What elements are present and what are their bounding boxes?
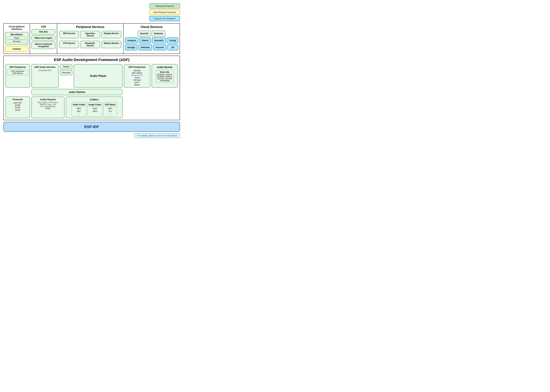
- audio-codec-col: Audio Codec MP3 AAC ...: [72, 102, 87, 117]
- top-section: Cross-platform Interfaces MicroPython Pl…: [3, 23, 180, 54]
- soundai: SoundAI: [152, 37, 166, 43]
- jpeg: JPEG: [89, 110, 101, 112]
- ota-service: OTA-Service: [59, 41, 79, 48]
- esp-rtc: ESP RTC: [7, 102, 28, 104]
- audio-player-box: Audio Player: [74, 64, 123, 88]
- playlist-item: Playlist: [60, 64, 72, 69]
- mp4: MP4: [105, 107, 116, 110]
- audio-player-title: Audio Player: [90, 74, 106, 77]
- jd: JD: [167, 44, 178, 50]
- playlist-recorder-col: Playlist Recorder: [60, 64, 72, 88]
- audio-interface-title: ESP Audio Interface: [33, 66, 57, 68]
- legend: Released Features Next Release Features …: [3, 3, 180, 21]
- audio-streams-title: Audio Streams: [33, 98, 63, 101]
- display-service: Display-Service: [101, 31, 121, 38]
- cloud-section: Cloud Services DuerOS DuHome Amazon Xiao…: [123, 24, 180, 54]
- rtmp: RTMP: [7, 104, 28, 106]
- cloud-row-3: Google AliGenie Tencent JD: [125, 44, 178, 50]
- wifi-service: WiFi-Service: [59, 31, 79, 38]
- mp3: MP3: [73, 107, 85, 110]
- sd-card: SD Card: [126, 79, 149, 81]
- wake-word: Wake word engine: [31, 35, 56, 41]
- google: Google: [125, 44, 137, 50]
- bluetooth-service: Bluetooth-Service: [80, 41, 100, 48]
- image-codec-col: Image Codec H264 JPEG: [87, 102, 102, 117]
- audio-pipeline-box: Audio Pipeline: [31, 89, 123, 95]
- speech-command: Speech command recognition: [31, 42, 56, 49]
- asr-section: ASR VAD AEC Wake word engine Speech comm…: [30, 24, 57, 54]
- esp-peripherals-box: ESP Peripherals LED Bar ADC Button Bluet…: [124, 64, 150, 88]
- flv: FLV: [105, 110, 116, 112]
- aac: AAC: [73, 110, 85, 112]
- cloud-row-1: DuerOS DuHome: [125, 30, 178, 36]
- battery-service: Battery-Service: [101, 41, 121, 48]
- esp-dispatcher-inner: ESP DispatcherESP Actions: [7, 69, 28, 75]
- adf-title: ESP Audio Development Framework (ADF): [5, 58, 178, 62]
- esp-dispatcher-title: ESP Dispatcher: [7, 66, 28, 68]
- rtsp: RTSP: [7, 106, 28, 109]
- esp-muxer-col: ESP Muxer MP4 FLV ...: [103, 102, 117, 117]
- esp-idf-box: ESP-IDF: [3, 122, 180, 132]
- touch: Touch: [126, 77, 149, 79]
- arduino-box: Arduino: [5, 46, 28, 52]
- legend-released: Released Features: [149, 3, 180, 9]
- peripheral-title: Peripheral Services: [59, 25, 121, 29]
- micropython-box: MicroPython Player Recorder: [5, 32, 28, 45]
- protocols-box: Protocols ESP RTC RTMP RTSP DLNA: [5, 97, 30, 118]
- adf-bottom-row: Protocols ESP RTC RTMP RTSP DLNA Audio S…: [5, 97, 178, 118]
- legend-next: Next Release Features: [149, 10, 180, 15]
- peripheral-grid: WiFi-Service Input-Key-Service Display-S…: [59, 31, 121, 49]
- micropython-label: MicroPython: [7, 33, 27, 36]
- adf-section: ESP Audio Development Framework (ADF) ES…: [3, 56, 180, 120]
- audio-streams-box: Audio Streams (I2S, FatFS, HTTP, HLS,SPI…: [31, 97, 65, 118]
- legend-request: Features On Request*: [149, 16, 180, 21]
- esp-peripherals-title: ESP Peripherals: [126, 66, 149, 68]
- bluetooth-le: Bluetooth LE: [126, 74, 149, 77]
- amazon: Amazon: [125, 37, 138, 43]
- adf-upper-row: ESP Dispatcher ESP DispatcherESP Actions…: [5, 64, 178, 88]
- vad-aec: VAD AEC: [31, 29, 56, 35]
- input-key-service: Input-Key-Service: [80, 31, 100, 38]
- h264: H264: [89, 107, 101, 110]
- dlna: DLNA: [7, 109, 28, 111]
- cross-platform-title: Cross-platform Interfaces: [5, 25, 28, 30]
- adc-button: ADC Button: [126, 72, 149, 74]
- audio-interface-subtitle: (Simplified API): [33, 69, 57, 71]
- codecs-title: Codecs: [68, 98, 121, 101]
- button: Button: [126, 84, 149, 86]
- audio-boards-title: Audio Boards: [157, 66, 173, 69]
- dueros: DuerOS: [138, 30, 151, 36]
- esp-muxer-title: ESP Muxer: [105, 103, 116, 106]
- duhome: DuHome: [152, 30, 165, 36]
- audio-streams-detail: (I2S, FatFS, HTTP, HLS,SPIFFS, Tone, TCP…: [33, 101, 63, 110]
- wi-fi: Wi-Fi: [126, 81, 149, 84]
- player-item: Player: [7, 36, 27, 40]
- turing: Turing: [167, 37, 178, 43]
- tencent: Tencent: [153, 44, 166, 50]
- media-hal-box: Media HAL (ES8388, ES8374,ZL38063, ES831…: [156, 70, 174, 83]
- audio-codec-title: Audio Codec: [73, 103, 85, 106]
- cloud-title: Cloud Services: [125, 25, 178, 29]
- codecs-box: Codecs Audio Codec MP3 AAC ... Image Cod…: [66, 97, 123, 118]
- audio-boards-box: Audio Boards Media HAL (ES8388, ES8374,Z…: [152, 64, 178, 88]
- media-hal-title: Media HAL: [157, 71, 173, 73]
- muxer-more: ...: [105, 112, 116, 115]
- cross-platform-section: Cross-platform Interfaces MicroPython Pl…: [4, 24, 30, 54]
- recorder-box: Recorder: [60, 70, 72, 75]
- codecs-grid: Audio Codec MP3 AAC ... Image Codec H264…: [68, 102, 121, 117]
- esp-dispatcher-box: ESP Dispatcher ESP DispatcherESP Actions: [5, 64, 30, 88]
- audio-interface-box: ESP Audio Interface (Simplified API): [31, 64, 58, 88]
- xiaoai: XiaoAi: [139, 37, 151, 43]
- recorder-item: Recorder: [7, 40, 27, 43]
- media-hal-detail: (ES8388, ES8374,ZL38063, ES8311,ES7243, …: [157, 74, 173, 82]
- cloud-row-2: Amazon XiaoAi SoundAI Turing: [125, 37, 178, 43]
- footer-note: * For details, please contact our sales …: [134, 133, 180, 138]
- image-codec-title: Image Codec: [89, 103, 101, 106]
- led-bar: LED Bar: [126, 69, 149, 72]
- asr-title: ASR: [31, 25, 56, 28]
- protocols-title: Protocols: [7, 98, 28, 101]
- aligenie: AliGenie: [138, 44, 152, 50]
- peripheral-section: Peripheral Services WiFi-Service Input-K…: [57, 24, 123, 54]
- audio-codec-more: ...: [73, 112, 85, 115]
